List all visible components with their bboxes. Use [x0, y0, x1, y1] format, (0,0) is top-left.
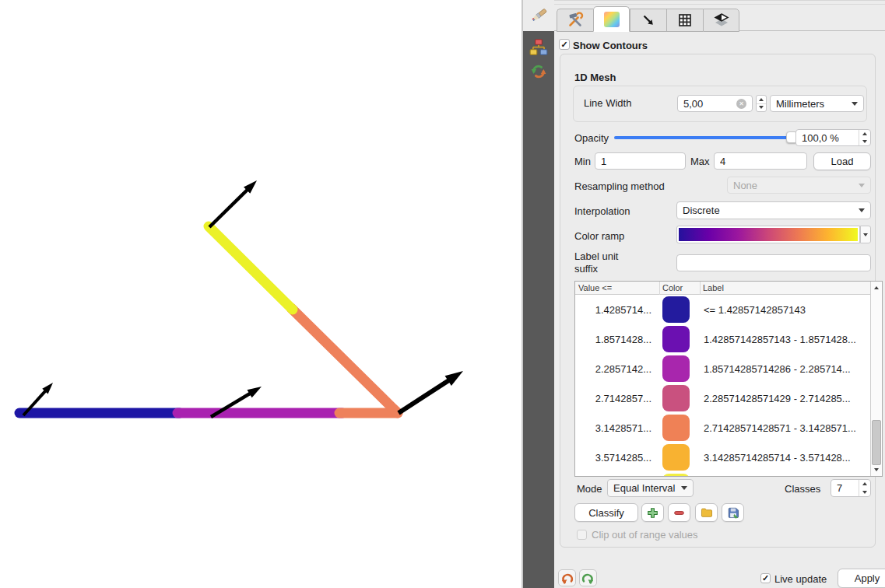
undo-button[interactable]	[558, 569, 576, 586]
classes-label: Classes	[785, 483, 820, 495]
load-classes-button[interactable]	[695, 503, 718, 522]
show-contours-checkbox[interactable]: ✓	[559, 39, 570, 50]
color-swatch[interactable]	[662, 326, 690, 352]
line-width-label: Line Width	[584, 97, 631, 109]
opacity-spinbox[interactable]: 100,0 %	[795, 129, 871, 146]
opacity-slider[interactable]	[614, 131, 792, 144]
color-swatch[interactable]	[662, 385, 690, 411]
table-scrollbar[interactable]	[870, 282, 882, 476]
interpolation-combo[interactable]: Discrete	[676, 201, 871, 219]
tab-general-settings[interactable]	[557, 9, 593, 32]
col-header-value[interactable]: Value <=	[578, 283, 612, 292]
color-swatch[interactable]	[662, 474, 690, 476]
column-separator	[700, 282, 701, 295]
sidebar-item-symbology-tree[interactable]	[523, 33, 554, 61]
label-unit-suffix-input[interactable]	[676, 254, 871, 271]
label-cell[interactable]: 3.14285714285714 - 3.571428...	[700, 452, 870, 464]
table-row[interactable]: 3.1428571...2.71428571428571 - 3.1428571…	[575, 413, 870, 443]
table-row[interactable]: 1.8571428...1.42857142857143 - 1.8571428…	[575, 324, 870, 354]
opacity-spinner[interactable]	[859, 130, 870, 145]
max-input[interactable]	[714, 152, 807, 170]
tab-averaging[interactable]	[703, 9, 739, 32]
sidebar-item-symbology[interactable]	[523, 0, 554, 31]
line-width-input[interactable]: 5,00 ✕	[677, 95, 753, 112]
resampling-value: None	[733, 180, 757, 191]
color-ramp-dropdown-button[interactable]	[860, 226, 871, 243]
folder-icon	[700, 506, 714, 520]
value-cell[interactable]: 1.4285714...	[575, 304, 659, 316]
add-class-button[interactable]	[641, 503, 664, 522]
classes-spinner[interactable]	[859, 480, 870, 496]
show-contours-label: Show Contours	[573, 40, 648, 51]
interpolation-value: Discrete	[683, 205, 720, 216]
classes-spinbox[interactable]: 7	[831, 479, 871, 497]
min-label: Min	[574, 156, 591, 167]
load-button-label: Load	[831, 156, 854, 167]
mesh-canvas-svg	[0, 0, 522, 588]
table-row[interactable]: 1.4285714...<= 1.42857142857143	[575, 295, 870, 324]
col-header-color[interactable]: Color	[662, 283, 683, 292]
color-cell[interactable]	[659, 355, 700, 382]
label-cell[interactable]: 2.71428571428571 - 3.1428571...	[700, 422, 870, 434]
classify-button[interactable]: Classify	[574, 503, 638, 522]
redo-button[interactable]	[579, 569, 597, 586]
sidebar-item-history[interactable]	[523, 58, 554, 86]
scroll-down-arrow-icon[interactable]	[871, 464, 882, 475]
remove-class-button[interactable]	[668, 503, 690, 522]
table-row[interactable]: 2.7142857...2.28571428571429 - 2.714285.…	[575, 383, 870, 413]
scroll-up-arrow-icon[interactable]	[871, 282, 882, 293]
mesh-1d-frame: Line Width 5,00 ✕ Millimeters	[573, 86, 867, 122]
chevron-down-icon	[681, 486, 687, 490]
unit-value: Millimeters	[776, 98, 824, 110]
color-swatch[interactable]	[662, 444, 690, 471]
color-cell[interactable]	[659, 326, 700, 352]
value-cell[interactable]: 1.8571428...	[575, 334, 659, 345]
color-ramp-widget[interactable]	[676, 226, 860, 243]
tab-vectors[interactable]	[630, 9, 666, 32]
color-swatch[interactable]	[662, 296, 690, 323]
value-cell[interactable]: 3.1428571...	[575, 422, 659, 434]
mesh-style-tabbar	[557, 6, 739, 32]
value-cell[interactable]: 3.5714285...	[575, 452, 659, 464]
mode-label: Mode	[577, 483, 602, 495]
tools-icon	[567, 12, 584, 29]
label-cell[interactable]: 1.42857142857143 - 1.8571428...	[700, 334, 870, 345]
line-width-unit-combo[interactable]: Millimeters	[770, 95, 864, 112]
color-cell[interactable]	[659, 444, 700, 471]
clear-icon[interactable]: ✕	[736, 99, 746, 109]
apply-button-label: Apply	[855, 572, 880, 584]
contours-groupbox: 1D Mesh Line Width 5,00 ✕ Millimeters Op…	[560, 54, 876, 548]
label-unit-suffix-label-line1: Label unit	[574, 250, 618, 262]
apply-button[interactable]: Apply	[838, 569, 885, 588]
load-button[interactable]: Load	[813, 152, 871, 170]
col-header-label[interactable]: Label	[703, 283, 724, 292]
scrollbar-thumb[interactable]	[872, 420, 881, 465]
min-input[interactable]	[595, 152, 686, 170]
mode-value: Equal Interval	[613, 482, 676, 494]
color-swatch[interactable]	[662, 355, 690, 382]
value-cell[interactable]: 2.2857142...	[575, 363, 659, 375]
label-cell[interactable]: <= 1.42857142857143	[700, 304, 870, 316]
value-cell[interactable]: 2.7142857...	[575, 393, 659, 404]
map-canvas[interactable]	[0, 0, 522, 588]
color-cell[interactable]	[659, 415, 700, 441]
save-classes-button[interactable]	[722, 503, 744, 522]
color-cell[interactable]	[659, 296, 700, 323]
color-cell[interactable]	[659, 474, 700, 476]
redo-icon	[581, 572, 595, 585]
label-cell[interactable]: 2.28571428571429 - 2.714285...	[700, 393, 870, 404]
label-cell[interactable]: 1.85714285714286 - 2.285714...	[700, 363, 870, 375]
table-row[interactable]	[575, 472, 870, 476]
table-row[interactable]: 2.2857142...1.85714285714286 - 2.285714.…	[575, 354, 870, 383]
tab-contours[interactable]	[593, 6, 630, 32]
live-update-checkbox[interactable]: ✓	[760, 573, 771, 583]
table-row[interactable]: 3.5714285...3.14285714285714 - 3.571428.…	[575, 443, 870, 472]
color-cell[interactable]	[659, 385, 700, 411]
checkmark-icon: ✓	[762, 574, 769, 583]
diagonal-arrow-icon	[641, 12, 656, 28]
line-width-spinner[interactable]	[756, 95, 767, 112]
color-swatch[interactable]	[662, 415, 690, 441]
tab-mesh-frame[interactable]	[666, 9, 703, 32]
layer-styling-panel: ✓ Show Contours 1D Mesh Line Width 5,00 …	[554, 0, 885, 588]
mode-combo[interactable]: Equal Interval	[607, 479, 694, 497]
